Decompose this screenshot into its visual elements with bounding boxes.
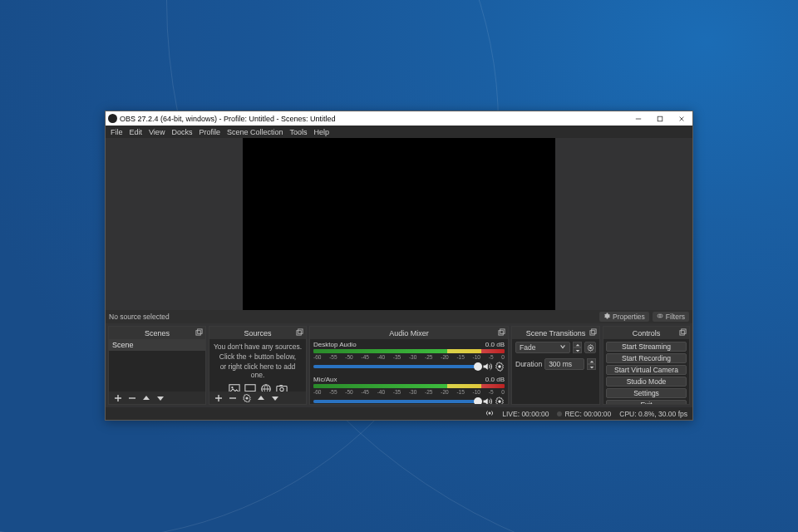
move-source-down-button[interactable]	[270, 393, 279, 402]
controls-header: Controls	[603, 327, 689, 339]
menu-profile[interactable]: Profile	[199, 128, 220, 136]
svg-rect-12	[244, 385, 254, 392]
transitions-dock: Scene Transitions Fade Duration	[511, 326, 600, 405]
menu-view[interactable]: View	[149, 128, 165, 136]
app-icon	[108, 114, 117, 123]
menu-help[interactable]: Help	[313, 128, 329, 136]
vu-meter	[313, 349, 505, 353]
channel-name: Mic/Aux	[313, 376, 485, 383]
svg-point-11	[231, 387, 233, 388]
svg-rect-26	[682, 329, 686, 333]
svg-rect-19	[500, 329, 505, 333]
window-title: OBS 27.2.4 (64-bit, windows) - Profile: …	[120, 115, 628, 123]
transitions-header: Scene Transitions	[512, 327, 599, 339]
svg-rect-18	[499, 331, 503, 335]
svg-point-15	[279, 387, 283, 391]
popout-icon[interactable]	[589, 328, 597, 336]
status-live: LIVE: 00:00:00	[502, 410, 549, 418]
chevron-down-icon	[559, 343, 566, 352]
status-bar: LIVE: 00:00:00 REC: 00:00:00 CPU: 0.8%, …	[106, 407, 692, 420]
rec-dot-icon	[557, 411, 562, 416]
source-toolbar: No source selected Properties Filters	[106, 310, 692, 323]
move-source-up-button[interactable]	[256, 393, 265, 402]
start-virtual-camera-button[interactable]: Start Virtual Camera	[606, 365, 687, 375]
speaker-icon[interactable]	[482, 362, 492, 372]
titlebar: OBS 27.2.4 (64-bit, windows) - Profile: …	[106, 111, 692, 126]
filters-icon	[657, 313, 663, 321]
svg-rect-14	[276, 387, 286, 392]
studio-mode-button[interactable]: Studio Mode	[606, 377, 687, 387]
close-button[interactable]	[671, 111, 692, 126]
transition-select[interactable]: Fade	[515, 342, 570, 353]
filters-button[interactable]: Filters	[653, 312, 689, 322]
svg-rect-22	[590, 331, 594, 335]
add-source-button[interactable]	[214, 393, 223, 402]
no-source-label: No source selected	[109, 313, 170, 321]
docks-row: Scenes Scene Sources You don't have any	[106, 323, 692, 407]
maximize-button[interactable]	[649, 111, 671, 126]
svg-point-13	[261, 385, 270, 392]
channel-db: 0.0 dB	[485, 341, 505, 348]
svg-rect-23	[592, 329, 596, 333]
popout-icon[interactable]	[498, 328, 505, 336]
channel-settings-icon[interactable]	[495, 397, 505, 404]
scene-item[interactable]: Scene	[109, 339, 205, 351]
source-properties-button[interactable]	[242, 393, 251, 402]
menu-file[interactable]: File	[111, 128, 123, 136]
volume-slider[interactable]	[313, 400, 480, 403]
scenes-header: Scenes	[109, 327, 205, 339]
start-streaming-button[interactable]: Start Streaming	[606, 342, 687, 352]
menu-edit[interactable]: Edit	[130, 128, 143, 136]
vu-meter	[313, 384, 505, 388]
menu-docks[interactable]: Docks	[171, 128, 192, 136]
settings-button[interactable]: Settings	[606, 388, 687, 398]
popout-icon[interactable]	[195, 328, 203, 336]
speaker-icon[interactable]	[482, 397, 492, 404]
scenes-dock: Scenes Scene	[108, 326, 206, 405]
popout-icon[interactable]	[296, 328, 303, 336]
svg-rect-7	[198, 329, 202, 333]
camera-icon	[276, 383, 288, 392]
program-preview[interactable]	[243, 138, 555, 310]
popout-icon[interactable]	[679, 328, 687, 336]
svg-point-21	[498, 400, 500, 402]
transition-settings-button[interactable]	[584, 342, 596, 353]
sources-list[interactable]: You don't have any sources. Click the + …	[209, 339, 306, 392]
monitor-icon	[244, 383, 256, 392]
duration-spin[interactable]	[587, 358, 596, 370]
obs-window: OBS 27.2.4 (64-bit, windows) - Profile: …	[105, 111, 693, 421]
transitions-body: Fade Duration 300 ms	[512, 339, 599, 404]
move-scene-down-button[interactable]	[155, 393, 165, 402]
mixer-channel-mic: Mic/Aux 0.0 dB -60-55-50-45-40-35-30-25-…	[310, 374, 508, 404]
minimize-button[interactable]	[628, 111, 649, 126]
start-recording-button[interactable]: Start Recording	[606, 353, 687, 363]
volume-slider[interactable]	[313, 365, 480, 368]
remove-source-button[interactable]	[228, 393, 237, 402]
globe-icon	[260, 383, 272, 392]
image-icon	[229, 383, 240, 392]
mixer-body: Desktop Audio 0.0 dB -60-55-50-45-40-35-…	[310, 339, 508, 404]
move-scene-up-button[interactable]	[141, 393, 150, 402]
svg-rect-25	[680, 331, 684, 335]
broadcast-icon	[485, 409, 494, 419]
mixer-channel-desktop: Desktop Audio 0.0 dB -60-55-50-45-40-35-…	[310, 339, 508, 374]
duration-label: Duration	[515, 360, 542, 368]
menu-scene-collection[interactable]: Scene Collection	[227, 128, 283, 136]
svg-rect-1	[658, 116, 663, 121]
duration-input[interactable]: 300 ms	[544, 358, 584, 370]
scenes-list[interactable]: Scene	[109, 339, 205, 392]
sources-dock: Sources You don't have any sources. Clic…	[209, 326, 307, 405]
add-scene-button[interactable]	[113, 393, 122, 402]
menu-tools[interactable]: Tools	[289, 128, 307, 136]
exit-button[interactable]: Exit	[606, 400, 687, 404]
channel-settings-icon[interactable]	[495, 362, 505, 372]
status-cpu: CPU: 0.8%, 30.00 fps	[619, 410, 687, 418]
transition-add-remove[interactable]	[573, 342, 582, 353]
remove-scene-button[interactable]	[127, 393, 136, 402]
controls-dock: Controls Start Streaming Start Recording…	[603, 326, 690, 405]
properties-button[interactable]: Properties	[599, 312, 649, 322]
channel-name: Desktop Audio	[313, 341, 485, 348]
meter-ticks: -60-55-50-45-40-35-30-25-20-15-10-50	[313, 354, 505, 361]
meter-ticks: -60-55-50-45-40-35-30-25-20-15-10-50	[313, 389, 505, 396]
svg-point-24	[589, 347, 592, 349]
